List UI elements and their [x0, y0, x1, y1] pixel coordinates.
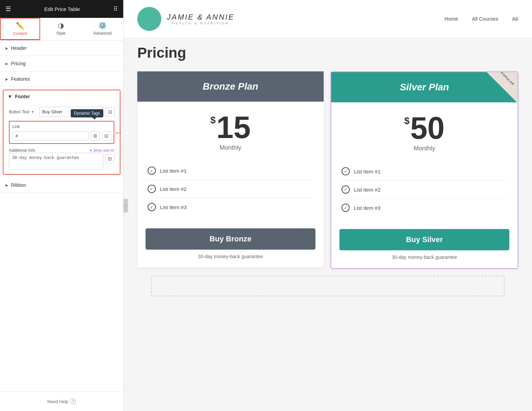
section-ribbon[interactable]: ▶ Ribbon: [0, 178, 123, 193]
link-field-container: Link Dynamic Tags ⚙ ⊟ ←: [9, 121, 114, 144]
top-bar-title: Edit Price Table: [16, 6, 108, 12]
need-help-section: Need Help ?: [0, 391, 123, 411]
check-icon-2: ✓: [148, 185, 156, 193]
write-with-ai-button[interactable]: ✦ Write with AI: [89, 148, 114, 153]
ai-sparkle-icon-2: ✦: [89, 148, 92, 153]
logo-circle: [137, 7, 161, 31]
features-arrow: ▶: [5, 77, 8, 81]
silver-plan-header: Silver Plan POPULAR: [331, 72, 518, 102]
buy-bronze-button[interactable]: Buy Bronze: [146, 228, 315, 250]
silver-plan-footer: Buy Silver 30-day money-back guarantee: [331, 224, 518, 268]
bronze-feature-3: ✓ List Item #3: [148, 198, 313, 216]
button-text-db-icon[interactable]: ⊟: [106, 107, 115, 116]
logo-ampersand: &: [197, 13, 206, 21]
red-arrow-icon: ←: [114, 127, 123, 138]
section-features-label: Features: [11, 76, 30, 82]
ai-sparkle-icon: ✦: [31, 110, 34, 114]
additional-info-label-row: Additional Info ✦ Write with AI: [9, 148, 114, 153]
section-pricing[interactable]: ▶ Pricing: [0, 56, 123, 71]
bronze-plan-header: Bronze Plan: [137, 71, 324, 102]
bronze-price-number: 15: [216, 112, 251, 143]
buy-silver-button[interactable]: Buy Silver: [339, 229, 509, 250]
style-icon: ◑: [58, 21, 64, 30]
silver-price-amount: $ 50: [404, 113, 445, 144]
silver-price-section: $ 50 Monthly: [331, 102, 518, 159]
panel-body: ▶ Header ▶ Pricing ▶ Features ▼ Footer B…: [0, 41, 123, 391]
bottom-dashed-area: [151, 276, 505, 296]
additional-info-textarea-row: 30-day money-back guarantee ⊟: [9, 153, 114, 170]
additional-info-db-icon[interactable]: ⊟: [105, 154, 114, 163]
bronze-price-amount: $ 15: [210, 112, 251, 143]
site-nav: Home All Courses Ab: [444, 16, 518, 22]
help-icon[interactable]: ?: [70, 399, 76, 404]
footer-section-toggle[interactable]: ▼ Footer: [3, 90, 120, 103]
bronze-feature-2: ✓ List Item #2: [148, 180, 313, 198]
silver-feature-2: ✓ List Item #2: [342, 181, 507, 199]
silver-plan-title: Silver Plan: [338, 82, 511, 93]
silver-price-symbol: $: [404, 115, 410, 126]
tab-style[interactable]: ◑ Style: [40, 18, 82, 40]
silver-check-icon-1: ✓: [342, 167, 350, 175]
logo-group: JAMIE & ANNIE HEALTH & NUTRITION: [137, 7, 234, 31]
bronze-price-symbol: $: [210, 115, 216, 126]
ribbon-arrow: ▶: [5, 183, 8, 187]
section-ribbon-label: Ribbon: [11, 182, 26, 188]
additional-info-textarea[interactable]: 30-day money-back guarantee: [9, 153, 103, 170]
collapse-handle[interactable]: ‹: [123, 199, 128, 213]
silver-features-list: ✓ List Item #1 ✓ List Item #2 ✓ List Ite…: [331, 159, 518, 224]
hamburger-icon[interactable]: ☰: [5, 5, 11, 13]
top-bar: ☰ Edit Price Table ⠿: [0, 0, 123, 18]
popular-badge-triangle: [487, 72, 518, 102]
link-field-wrapper: Link Dynamic Tags ⚙ ⊟: [9, 121, 114, 144]
bronze-plan-footer: Buy Bronze 30-day money-back guarantee: [137, 223, 324, 267]
tab-advanced[interactable]: ⚙️ Advanced: [82, 18, 123, 40]
logo-sub-text: HEALTH & NUTRITION: [172, 22, 229, 25]
check-icon-3: ✓: [148, 203, 156, 211]
dynamic-tags-tooltip: Dynamic Tags: [71, 109, 103, 117]
nav-courses[interactable]: All Courses: [472, 16, 498, 22]
additional-info-section: Additional Info ✦ Write with AI 30-day m…: [9, 148, 114, 170]
silver-check-icon-3: ✓: [342, 204, 350, 212]
link-label: Link: [12, 124, 111, 129]
link-input-row: ⚙ ⊟: [12, 131, 111, 140]
bronze-plan-card: Bronze Plan $ 15 Monthly ✓ List Item #1: [137, 71, 324, 267]
bronze-feature-1: ✓ List Item #1: [148, 162, 313, 180]
advanced-icon: ⚙️: [98, 21, 107, 30]
pricing-main: Pricing Bronze Plan $ 15 Monthly ✓: [124, 38, 532, 411]
silver-feature-1: ✓ List Item #1: [342, 162, 507, 181]
footer-content: Button Text ✦ ⊟ Link Dynamic Tags: [3, 103, 120, 174]
silver-price-number: 50: [410, 113, 444, 144]
preview-area: JAMIE & ANNIE HEALTH & NUTRITION Home Al…: [124, 0, 532, 411]
pricing-title: Pricing: [137, 45, 518, 61]
tab-bar: ✏️ Content ◑ Style ⚙️ Advanced: [0, 18, 123, 41]
left-panel: ☰ Edit Price Table ⠿ ✏️ Content ◑ Style …: [0, 0, 124, 411]
tab-content[interactable]: ✏️ Content: [0, 18, 40, 40]
header-arrow: ▶: [5, 46, 8, 50]
silver-guarantee: 30-day money-back guarantee: [392, 254, 457, 260]
silver-price-period: Monthly: [414, 145, 435, 152]
grid-icon[interactable]: ⠿: [113, 5, 118, 13]
bronze-price-period: Monthly: [220, 144, 241, 151]
section-features[interactable]: ▶ Features: [0, 71, 123, 87]
nav-home[interactable]: Home: [444, 16, 458, 22]
nav-about[interactable]: Ab: [512, 16, 518, 22]
tab-advanced-label: Advanced: [93, 31, 112, 36]
footer-section-wrapper: ▼ Footer Button Text ✦ ⊟ Link: [3, 90, 120, 175]
tab-style-label: Style: [56, 31, 66, 36]
silver-plan-card: Silver Plan POPULAR $ 50 Monthly ✓ List …: [331, 71, 518, 269]
link-gear-button[interactable]: ⚙: [91, 132, 100, 140]
section-header[interactable]: ▶ Header: [0, 41, 123, 56]
logo-main-text: JAMIE & ANNIE: [167, 13, 234, 22]
silver-feature-3: ✓ List Item #3: [342, 199, 507, 217]
tab-content-label: Content: [13, 31, 27, 36]
bronze-features-list: ✓ List Item #1 ✓ List Item #2 ✓ List Ite…: [137, 158, 324, 223]
link-db-button[interactable]: ⊟: [102, 132, 111, 140]
pencil-icon: ✏️: [16, 22, 24, 30]
link-input[interactable]: [12, 131, 89, 140]
bronze-price-section: $ 15 Monthly: [137, 102, 324, 158]
site-header: JAMIE & ANNIE HEALTH & NUTRITION Home Al…: [124, 0, 532, 38]
logo-text: JAMIE & ANNIE HEALTH & NUTRITION: [167, 13, 234, 25]
check-icon-1: ✓: [148, 167, 156, 175]
footer-label: Footer: [15, 94, 30, 99]
silver-check-icon-2: ✓: [342, 185, 350, 194]
